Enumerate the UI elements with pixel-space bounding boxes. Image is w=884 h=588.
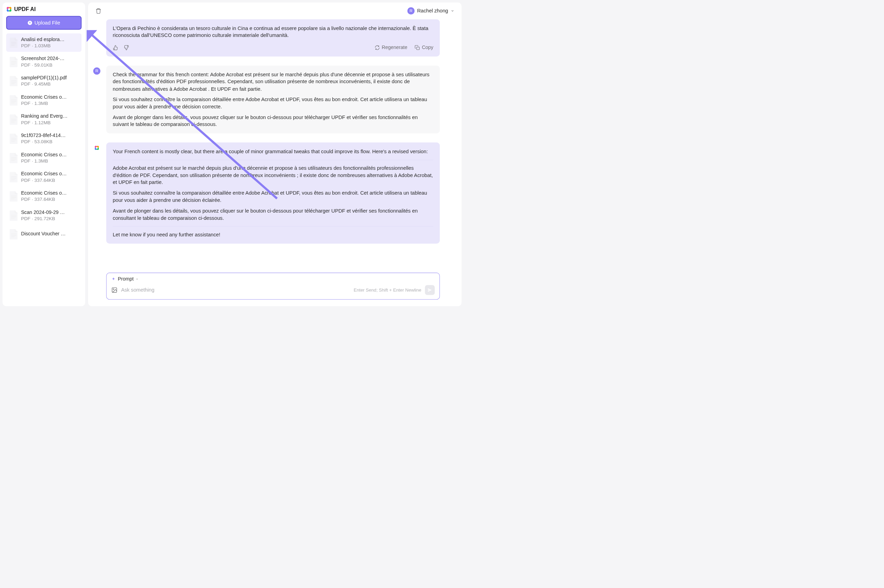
file-item[interactable]: Economic Crises o…PDF · 337.64KB <box>6 168 81 186</box>
ai-message: Your French content is mostly clear, but… <box>106 142 440 244</box>
message-text: Avant de plonger dans les détails, vous … <box>113 114 433 128</box>
svg-rect-36 <box>11 234 16 234</box>
file-item[interactable]: Economic Crises o…PDF · 1.3MB <box>6 148 81 167</box>
file-meta: PDF · 1.03MB <box>21 43 79 48</box>
svg-rect-16 <box>11 101 16 102</box>
message-text: Check the grammar for this french conten… <box>113 71 433 93</box>
file-item[interactable]: Scan 2024-09-29 …PDF · 291.72KB <box>6 206 81 225</box>
delete-icon[interactable] <box>95 8 102 14</box>
svg-rect-14 <box>11 84 15 84</box>
svg-rect-12 <box>11 80 16 81</box>
input-hint: Enter Send; Shift + Enter Newline <box>353 288 421 292</box>
thumbs-up-icon[interactable] <box>113 45 119 50</box>
image-attach-icon[interactable] <box>111 287 117 293</box>
svg-rect-35 <box>11 218 15 218</box>
upload-label: Upload File <box>35 20 60 26</box>
file-icon <box>9 153 18 163</box>
send-icon <box>427 288 432 292</box>
file-info: Economic Crises o…PDF · 1.3MB <box>21 152 79 164</box>
file-meta: PDF · 1.3MB <box>21 100 79 106</box>
svg-rect-31 <box>11 197 16 198</box>
file-meta: PDF · 1.12MB <box>21 120 79 125</box>
ai-avatar-small <box>93 144 101 152</box>
upload-file-button[interactable]: Upload File <box>6 16 81 30</box>
file-meta: PDF · 337.64KB <box>21 177 79 183</box>
file-info: 9c1f0723-8fef-414…PDF · 53.08KB <box>21 132 79 145</box>
user-name: Rachel zhong <box>417 8 448 14</box>
user-avatar-small: R <box>93 67 101 75</box>
file-icon <box>9 229 18 240</box>
file-name: Screenshot 2024-… <box>21 56 79 62</box>
chat-input[interactable] <box>121 287 350 293</box>
regenerate-button[interactable]: Regenerate <box>375 44 407 51</box>
svg-rect-33 <box>11 215 16 216</box>
file-item[interactable]: 9c1f0723-8fef-414…PDF · 53.08KB <box>6 129 81 148</box>
file-name: 9c1f0723-8fef-414… <box>21 132 79 138</box>
svg-rect-8 <box>11 45 15 45</box>
svg-rect-29 <box>11 179 15 180</box>
file-name: Economic Crises o… <box>21 94 79 100</box>
file-meta: PDF · 291.72KB <box>21 216 79 221</box>
divider <box>113 226 433 227</box>
svg-rect-25 <box>11 159 16 159</box>
file-info: Economic Crises o…PDF · 1.3MB <box>21 94 79 106</box>
upload-icon <box>28 20 33 25</box>
sparkle-icon <box>111 277 116 281</box>
file-item[interactable]: Analisi ed esplora…PDF · 1.03MB <box>6 33 81 52</box>
svg-rect-30 <box>11 196 16 196</box>
message-text: Your French content is mostly clear, but… <box>113 148 433 155</box>
chevron-down-icon <box>451 9 454 13</box>
file-name: samplePDF(1)(1).pdf <box>21 75 79 80</box>
file-item[interactable]: Economic Crises o…PDF · 337.64KB <box>6 187 81 206</box>
ai-message: L'Opera di Pechino è considerata un teso… <box>106 20 440 57</box>
file-meta: PDF · 59.01KB <box>21 62 79 68</box>
app-title: UPDF AI <box>14 6 36 12</box>
message-card: Your French content is mostly clear, but… <box>106 142 440 244</box>
svg-rect-10 <box>11 63 16 63</box>
svg-rect-7 <box>11 44 16 44</box>
input-row: Enter Send; Shift + Enter Newline <box>107 285 440 299</box>
prompt-selector[interactable]: Prompt <box>107 273 440 285</box>
svg-rect-27 <box>11 176 16 177</box>
svg-rect-18 <box>11 119 16 119</box>
file-icon <box>9 56 18 67</box>
divider <box>113 160 433 160</box>
file-name: Discount Voucher … <box>21 231 79 236</box>
file-item[interactable]: Economic Crises o…PDF · 1.3MB <box>6 91 81 110</box>
svg-point-44 <box>96 147 98 149</box>
svg-rect-22 <box>11 140 16 140</box>
file-name: Ranking and Everg… <box>21 114 79 119</box>
message-text: Let me know if you need any further assi… <box>113 231 433 238</box>
regenerate-label: Regenerate <box>382 44 407 51</box>
copy-label: Copy <box>422 44 433 51</box>
svg-rect-38 <box>11 236 15 237</box>
svg-rect-37 <box>11 235 16 236</box>
file-name: Economic Crises o… <box>21 171 79 177</box>
file-icon <box>9 171 18 183</box>
file-item[interactable]: Discount Voucher … <box>6 225 81 243</box>
file-icon <box>9 210 18 221</box>
file-info: samplePDF(1)(1).pdfPDF · 9.45MB <box>21 75 79 87</box>
copy-button[interactable]: Copy <box>415 44 433 51</box>
svg-rect-21 <box>11 138 16 139</box>
prompt-label: Prompt <box>118 276 134 282</box>
send-button[interactable] <box>425 285 435 295</box>
thumbs-down-icon[interactable] <box>123 45 129 50</box>
chat-area: L'Opera di Pechino è considerata un teso… <box>88 20 462 268</box>
svg-rect-34 <box>11 216 16 217</box>
user-menu[interactable]: R Rachel zhong <box>407 7 454 15</box>
file-item[interactable]: Screenshot 2024-…PDF · 59.01KB <box>6 52 81 71</box>
file-icon <box>9 133 18 144</box>
svg-rect-6 <box>11 42 16 43</box>
svg-rect-28 <box>11 178 16 179</box>
file-item[interactable]: samplePDF(1)(1).pdfPDF · 9.45MB <box>6 72 81 90</box>
regenerate-icon <box>375 45 380 50</box>
svg-rect-9 <box>11 61 16 62</box>
file-icon <box>9 76 18 87</box>
file-info: Economic Crises o…PDF · 337.64KB <box>21 190 79 202</box>
svg-rect-15 <box>11 100 16 100</box>
input-card: Prompt Enter Send; Shift + Enter Newline <box>106 273 440 300</box>
message-text: Si vous souhaitez connaître la comparais… <box>113 189 433 204</box>
file-item[interactable]: Ranking and Everg…PDF · 1.12MB <box>6 110 81 129</box>
svg-point-46 <box>113 289 114 290</box>
